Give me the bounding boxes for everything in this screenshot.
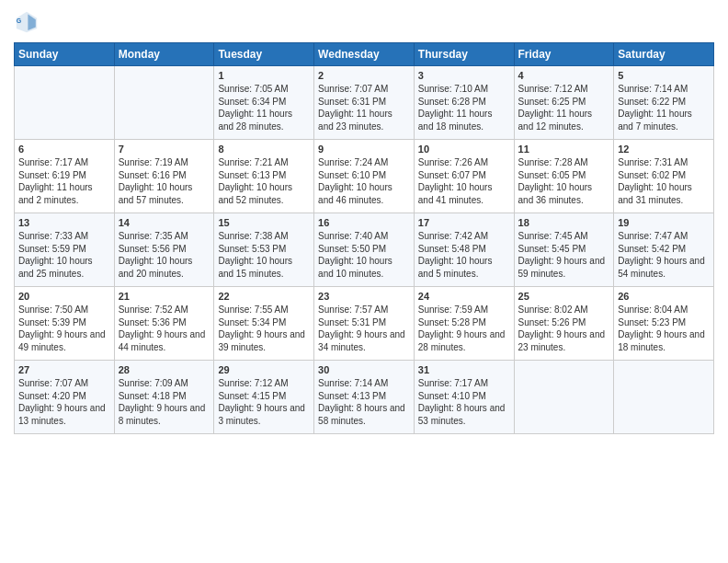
cell-info: Sunrise: 7:17 AM Sunset: 6:19 PM Dayligh… — [18, 156, 110, 206]
day-number: 25 — [518, 291, 610, 302]
cell-4-3: 22Sunrise: 7:55 AM Sunset: 5:34 PM Dayli… — [214, 287, 314, 361]
week-row-3: 13Sunrise: 7:33 AM Sunset: 5:59 PM Dayli… — [15, 213, 714, 287]
cell-info: Sunrise: 7:07 AM Sunset: 4:20 PM Dayligh… — [18, 377, 110, 427]
calendar-table: SundayMondayTuesdayWednesdayThursdayFrid… — [14, 42, 714, 434]
header: G — [14, 9, 714, 35]
cell-info: Sunrise: 8:04 AM Sunset: 5:23 PM Dayligh… — [618, 304, 710, 353]
cell-4-6: 25Sunrise: 8:02 AM Sunset: 5:26 PM Dayli… — [514, 287, 614, 361]
cell-info: Sunrise: 7:33 AM Sunset: 5:59 PM Dayligh… — [18, 230, 110, 280]
cell-info: Sunrise: 7:21 AM Sunset: 6:13 PM Dayligh… — [218, 156, 310, 206]
cell-5-7 — [614, 361, 714, 434]
cell-info: Sunrise: 7:31 AM Sunset: 6:02 PM Dayligh… — [618, 156, 710, 206]
week-row-2: 6Sunrise: 7:17 AM Sunset: 6:19 PM Daylig… — [15, 140, 714, 213]
cell-info: Sunrise: 7:12 AM Sunset: 4:15 PM Dayligh… — [218, 377, 310, 427]
day-number: 28 — [119, 364, 210, 375]
day-number: 12 — [618, 144, 710, 155]
day-number: 8 — [218, 144, 310, 155]
day-number: 31 — [418, 364, 510, 375]
day-number: 21 — [119, 291, 210, 302]
day-number: 4 — [518, 70, 610, 81]
cell-info: Sunrise: 8:02 AM Sunset: 5:26 PM Dayligh… — [518, 304, 610, 353]
col-header-friday: Friday — [514, 43, 614, 66]
cell-info: Sunrise: 7:24 AM Sunset: 6:10 PM Dayligh… — [318, 156, 410, 206]
cell-info: Sunrise: 7:52 AM Sunset: 5:36 PM Dayligh… — [119, 304, 210, 353]
day-number: 22 — [218, 291, 310, 302]
cell-3-6: 18Sunrise: 7:45 AM Sunset: 5:45 PM Dayli… — [514, 213, 614, 287]
cell-1-4: 2Sunrise: 7:07 AM Sunset: 6:31 PM Daylig… — [314, 66, 415, 140]
cell-info: Sunrise: 7:07 AM Sunset: 6:31 PM Dayligh… — [318, 83, 410, 132]
logo: G — [14, 9, 43, 35]
cell-5-5: 31Sunrise: 7:17 AM Sunset: 4:10 PM Dayli… — [414, 361, 514, 434]
col-header-monday: Monday — [114, 43, 214, 66]
day-number: 13 — [18, 217, 110, 228]
cell-info: Sunrise: 7:19 AM Sunset: 6:16 PM Dayligh… — [119, 156, 210, 206]
col-header-tuesday: Tuesday — [214, 43, 314, 66]
day-number: 6 — [18, 144, 110, 155]
day-number: 16 — [318, 217, 410, 228]
week-row-1: 1Sunrise: 7:05 AM Sunset: 6:34 PM Daylig… — [15, 66, 714, 140]
cell-3-1: 13Sunrise: 7:33 AM Sunset: 5:59 PM Dayli… — [15, 213, 115, 287]
cell-2-6: 11Sunrise: 7:28 AM Sunset: 6:05 PM Dayli… — [514, 140, 614, 213]
cell-5-6 — [514, 361, 614, 434]
col-header-saturday: Saturday — [614, 43, 714, 66]
day-number: 29 — [218, 364, 310, 375]
cell-1-6: 4Sunrise: 7:12 AM Sunset: 6:25 PM Daylig… — [514, 66, 614, 140]
cell-info: Sunrise: 7:45 AM Sunset: 5:45 PM Dayligh… — [518, 230, 610, 280]
header-row: SundayMondayTuesdayWednesdayThursdayFrid… — [15, 43, 714, 66]
cell-info: Sunrise: 7:17 AM Sunset: 4:10 PM Dayligh… — [418, 377, 510, 427]
cell-info: Sunrise: 7:14 AM Sunset: 4:13 PM Dayligh… — [318, 377, 410, 427]
cell-info: Sunrise: 7:28 AM Sunset: 6:05 PM Dayligh… — [518, 156, 610, 206]
week-row-5: 27Sunrise: 7:07 AM Sunset: 4:20 PM Dayli… — [15, 361, 714, 434]
cell-info: Sunrise: 7:12 AM Sunset: 6:25 PM Dayligh… — [518, 83, 610, 132]
cell-2-2: 7Sunrise: 7:19 AM Sunset: 6:16 PM Daylig… — [114, 140, 214, 213]
day-number: 2 — [318, 70, 410, 81]
col-header-wednesday: Wednesday — [314, 43, 415, 66]
day-number: 14 — [119, 217, 210, 228]
cell-5-1: 27Sunrise: 7:07 AM Sunset: 4:20 PM Dayli… — [15, 361, 115, 434]
cell-2-5: 10Sunrise: 7:26 AM Sunset: 6:07 PM Dayli… — [414, 140, 514, 213]
day-number: 3 — [418, 70, 510, 81]
logo-icon: G — [14, 9, 40, 35]
svg-text:G: G — [17, 17, 22, 24]
day-number: 15 — [218, 217, 310, 228]
cell-2-4: 9Sunrise: 7:24 AM Sunset: 6:10 PM Daylig… — [314, 140, 415, 213]
day-number: 23 — [318, 291, 410, 302]
page-container: G SundayMondayTuesdayWednesdayThursdayFr… — [0, 0, 728, 443]
day-number: 5 — [618, 70, 710, 81]
cell-1-5: 3Sunrise: 7:10 AM Sunset: 6:28 PM Daylig… — [414, 66, 514, 140]
cell-info: Sunrise: 7:42 AM Sunset: 5:48 PM Dayligh… — [418, 230, 510, 280]
cell-1-1 — [15, 66, 115, 140]
day-number: 10 — [418, 144, 510, 155]
day-number: 30 — [318, 364, 410, 375]
col-header-thursday: Thursday — [414, 43, 514, 66]
cell-info: Sunrise: 7:26 AM Sunset: 6:07 PM Dayligh… — [418, 156, 510, 206]
cell-info: Sunrise: 7:57 AM Sunset: 5:31 PM Dayligh… — [318, 304, 410, 353]
week-row-4: 20Sunrise: 7:50 AM Sunset: 5:39 PM Dayli… — [15, 287, 714, 361]
day-number: 1 — [218, 70, 310, 81]
cell-1-7: 5Sunrise: 7:14 AM Sunset: 6:22 PM Daylig… — [614, 66, 714, 140]
cell-5-4: 30Sunrise: 7:14 AM Sunset: 4:13 PM Dayli… — [314, 361, 415, 434]
cell-1-3: 1Sunrise: 7:05 AM Sunset: 6:34 PM Daylig… — [214, 66, 314, 140]
cell-info: Sunrise: 7:47 AM Sunset: 5:42 PM Dayligh… — [618, 230, 710, 280]
cell-info: Sunrise: 7:09 AM Sunset: 4:18 PM Dayligh… — [119, 377, 210, 427]
day-number: 9 — [318, 144, 410, 155]
cell-4-7: 26Sunrise: 8:04 AM Sunset: 5:23 PM Dayli… — [614, 287, 714, 361]
cell-info: Sunrise: 7:40 AM Sunset: 5:50 PM Dayligh… — [318, 230, 410, 280]
cell-5-2: 28Sunrise: 7:09 AM Sunset: 4:18 PM Dayli… — [114, 361, 214, 434]
cell-3-5: 17Sunrise: 7:42 AM Sunset: 5:48 PM Dayli… — [414, 213, 514, 287]
cell-info: Sunrise: 7:35 AM Sunset: 5:56 PM Dayligh… — [119, 230, 210, 280]
day-number: 17 — [418, 217, 510, 228]
day-number: 18 — [518, 217, 610, 228]
day-number: 24 — [418, 291, 510, 302]
cell-1-2 — [114, 66, 214, 140]
day-number: 26 — [618, 291, 710, 302]
cell-info: Sunrise: 7:50 AM Sunset: 5:39 PM Dayligh… — [18, 304, 110, 353]
cell-4-2: 21Sunrise: 7:52 AM Sunset: 5:36 PM Dayli… — [114, 287, 214, 361]
day-number: 20 — [18, 291, 110, 302]
day-number: 19 — [618, 217, 710, 228]
cell-info: Sunrise: 7:05 AM Sunset: 6:34 PM Dayligh… — [218, 83, 310, 132]
cell-info: Sunrise: 7:59 AM Sunset: 5:28 PM Dayligh… — [418, 304, 510, 353]
cell-3-4: 16Sunrise: 7:40 AM Sunset: 5:50 PM Dayli… — [314, 213, 415, 287]
cell-info: Sunrise: 7:38 AM Sunset: 5:53 PM Dayligh… — [218, 230, 310, 280]
cell-5-3: 29Sunrise: 7:12 AM Sunset: 4:15 PM Dayli… — [214, 361, 314, 434]
